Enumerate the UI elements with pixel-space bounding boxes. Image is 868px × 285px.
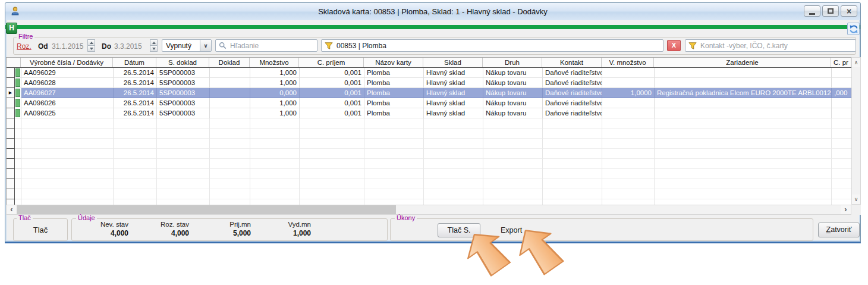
column-header-druh[interactable]: Druh <box>483 58 542 67</box>
cell-zariadenie[interactable] <box>655 68 832 78</box>
cell-datum[interactable]: 26.5.2014 <box>114 88 157 98</box>
cell-sdoklad[interactable]: 5SP000003 <box>157 88 210 98</box>
cell-sklad[interactable]: Hlavný sklad <box>424 68 483 78</box>
column-header-sklad[interactable]: Sklad <box>423 58 483 67</box>
table-row[interactable]: AA09602526.5.20145SP0000031,0000,001Plom… <box>7 108 851 118</box>
cell-zariadenie[interactable]: Registračná pokladnica Elcom EURO 2000TE… <box>655 88 832 98</box>
scrollbar-thumb[interactable] <box>17 205 396 214</box>
spinner-up-button[interactable] <box>87 39 95 46</box>
contact-filter-input[interactable]: Kontakt -výber, IČO, č.karty <box>685 39 856 52</box>
cell-cpr[interactable]: ,000 <box>832 88 851 98</box>
date-from-value[interactable]: 31.1.2015 <box>52 42 83 51</box>
cell-sklad[interactable]: Hlavný sklad <box>424 88 483 98</box>
cell-doklad[interactable] <box>210 78 250 88</box>
cell-doklad[interactable] <box>210 98 250 108</box>
cell-mnozstvo[interactable]: 0,000 <box>250 88 300 98</box>
scroll-down-icon[interactable]: ∨ <box>852 195 860 204</box>
row-selector[interactable] <box>7 98 15 108</box>
state-dropdown[interactable]: Vypnutý ∨ <box>162 39 212 52</box>
cell-datum[interactable]: 26.5.2014 <box>114 78 157 88</box>
column-header-serial[interactable]: Výrobné čísla / Dodávky <box>21 58 113 67</box>
cell-kontakt[interactable]: Daňové riaditeľstvo, <box>543 98 602 108</box>
spinner-down-button[interactable] <box>150 46 158 52</box>
scroll-left-icon[interactable]: ‹ <box>7 205 17 214</box>
cell-nazov[interactable]: Plomba <box>364 68 424 78</box>
search-input[interactable]: Hľadanie <box>215 39 317 52</box>
refresh-button[interactable] <box>847 23 860 35</box>
column-header-zariadenie[interactable]: Zariadenie <box>654 58 831 67</box>
column-header-cpr[interactable]: C. pr <box>831 58 851 67</box>
column-header-vmnozstvo[interactable]: V. množstvo <box>602 58 654 67</box>
cell-datum[interactable]: 26.5.2014 <box>114 68 157 78</box>
spinner-down-button[interactable] <box>87 46 95 52</box>
cell-cprijem[interactable]: 0,001 <box>300 88 364 98</box>
cell-doklad[interactable] <box>210 88 250 98</box>
cell-cpr[interactable] <box>832 98 851 108</box>
maximize-button[interactable] <box>822 5 839 17</box>
cell-kontakt[interactable]: Daňové riaditeľstvo, <box>543 108 602 118</box>
cell-serial[interactable]: AA096029 <box>21 68 114 78</box>
cell-druh[interactable]: Nákup tovaru <box>483 98 543 108</box>
column-header-doklad[interactable]: Doklad <box>209 58 250 67</box>
vertical-scrollbar[interactable]: ∧ ∨ <box>851 57 861 205</box>
column-header-sdoklad[interactable]: S. doklad <box>156 58 209 67</box>
row-selector[interactable] <box>7 108 15 118</box>
cell-kontakt[interactable]: Daňové riaditeľstvo, <box>543 68 602 78</box>
table-row[interactable]: AA09602626.5.20145SP0000031,0000,001Plom… <box>7 98 851 108</box>
cell-sklad[interactable]: Hlavný sklad <box>424 108 483 118</box>
cell-cpr[interactable] <box>832 68 851 78</box>
table-row[interactable]: AA09602826.5.20145SP0000031,0000,001Plom… <box>7 78 851 88</box>
cell-mnozstvo[interactable]: 1,000 <box>250 68 300 78</box>
cell-druh[interactable]: Nákup tovaru <box>483 88 543 98</box>
cell-vmnozstvo[interactable] <box>602 108 655 118</box>
cell-datum[interactable]: 26.5.2014 <box>114 108 157 118</box>
cell-mnozstvo[interactable]: 1,000 <box>250 78 300 88</box>
cell-vmnozstvo[interactable] <box>602 98 655 108</box>
dropdown-arrow-button[interactable]: ∨ <box>200 40 211 51</box>
scroll-right-icon[interactable]: › <box>841 205 851 214</box>
cell-nazov[interactable]: Plomba <box>364 98 424 108</box>
column-header-kontakt[interactable]: Kontakt <box>542 58 602 67</box>
cell-cpr[interactable] <box>832 78 851 88</box>
scroll-up-icon[interactable]: ∧ <box>852 58 860 67</box>
print-button[interactable]: Tlač <box>13 226 68 234</box>
clear-filter-button[interactable]: X <box>667 40 681 51</box>
cell-nazov[interactable]: Plomba <box>364 108 424 118</box>
table-row[interactable]: AA09602926.5.20145SP0000031,0000,001Plom… <box>7 68 851 78</box>
cell-sdoklad[interactable]: 5SP000003 <box>157 68 210 78</box>
cell-kontakt[interactable]: Daňové riaditeľstvo, <box>543 88 602 98</box>
cell-serial[interactable]: AA096028 <box>21 78 114 88</box>
minimize-button[interactable] <box>804 5 820 17</box>
cell-cprijem[interactable]: 0,001 <box>300 78 364 88</box>
table-row[interactable]: ▶AA09602726.5.20145SP0000030,0000,001Plo… <box>7 88 851 98</box>
h-toolbar-button[interactable]: H <box>6 23 17 34</box>
cell-serial[interactable]: AA096025 <box>21 108 114 118</box>
cell-zariadenie[interactable] <box>655 108 832 118</box>
cell-mnozstvo[interactable]: 1,000 <box>250 98 300 108</box>
cell-datum[interactable]: 26.5.2014 <box>114 98 157 108</box>
column-header-nazov[interactable]: Názov karty <box>364 58 423 67</box>
cell-doklad[interactable] <box>210 68 250 78</box>
cell-sklad[interactable]: Hlavný sklad <box>424 78 483 88</box>
cell-druh[interactable]: Nákup tovaru <box>483 68 543 78</box>
cell-sdoklad[interactable]: 5SP000003 <box>157 108 210 118</box>
cell-nazov[interactable]: Plomba <box>364 78 424 88</box>
close-button[interactable]: × <box>841 5 857 17</box>
cell-vmnozstvo[interactable]: 1,0000 <box>602 88 655 98</box>
cell-sdoklad[interactable]: 5SP000003 <box>157 98 210 108</box>
cell-vmnozstvo[interactable] <box>602 68 655 78</box>
cell-kontakt[interactable]: Daňové riaditeľstvo, <box>543 78 602 88</box>
cell-druh[interactable]: Nákup tovaru <box>483 108 543 118</box>
horizontal-scrollbar[interactable]: ‹ › <box>6 205 851 215</box>
cell-serial[interactable]: AA096027 <box>21 88 114 98</box>
cell-sdoklad[interactable]: 5SP000003 <box>157 78 210 88</box>
cell-vmnozstvo[interactable] <box>602 78 655 88</box>
cell-mnozstvo[interactable]: 1,000 <box>250 108 300 118</box>
cell-nazov[interactable]: Plomba <box>364 88 424 98</box>
column-header-datum[interactable]: Dátum <box>113 58 156 67</box>
cell-serial[interactable]: AA096026 <box>21 98 114 108</box>
cell-cprijem[interactable]: 0,001 <box>300 98 364 108</box>
column-header-cprijem[interactable]: C. príjem <box>299 58 364 67</box>
column-header-mnozstvo[interactable]: Množstvo <box>250 58 299 67</box>
row-selector[interactable] <box>7 78 15 88</box>
